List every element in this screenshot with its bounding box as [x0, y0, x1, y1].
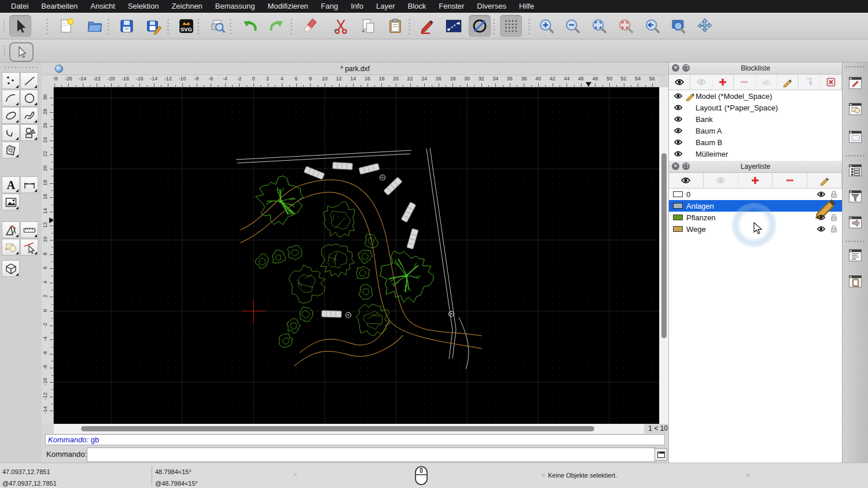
layer-color-swatch[interactable] [673, 203, 683, 209]
grid-toggle-button[interactable] [500, 15, 522, 37]
circle-tool[interactable] [20, 90, 38, 106]
dimension-tool[interactable] [20, 176, 38, 193]
hatch-tool[interactable] [2, 142, 20, 158]
tree-baum-a[interactable] [380, 251, 433, 302]
block-list-row[interactable]: Bank [669, 113, 842, 125]
command-history-panel-button[interactable] [846, 246, 865, 264]
vertical-scrollbar-thumb[interactable] [661, 153, 667, 338]
text-tool[interactable]: A [2, 176, 20, 193]
menu-layer[interactable]: Layer [370, 0, 402, 13]
bush[interactable] [279, 334, 293, 347]
block-list-row[interactable]: Layout1 (*Paper_Space) [669, 102, 842, 113]
draw-edit-button[interactable] [416, 15, 438, 37]
save-button[interactable] [116, 15, 138, 37]
tree-baum-b[interactable] [356, 304, 391, 335]
point-tool[interactable] [2, 72, 20, 89]
bench[interactable] [384, 177, 402, 195]
block-draft-tool[interactable] [2, 239, 20, 256]
vertical-scrollbar[interactable] [659, 87, 668, 424]
palette-drag-handle[interactable] [3, 66, 37, 68]
float-panel-button[interactable]: ❐ [682, 162, 690, 170]
trash-bin[interactable] [449, 312, 454, 317]
toolbar-drag-handle[interactable] [3, 45, 6, 57]
menu-modifizieren[interactable]: Modifizieren [262, 0, 315, 13]
zoom-window-button[interactable] [667, 15, 689, 37]
menu-selektion[interactable]: Selektion [122, 0, 165, 13]
bush[interactable] [255, 254, 269, 269]
line-tool[interactable] [20, 72, 38, 89]
notification-panel-button[interactable] [846, 213, 865, 231]
close-panel-button[interactable]: ✕ [672, 162, 679, 170]
menu-fang[interactable]: Fang [315, 0, 345, 13]
hide-all-blocks-button[interactable] [690, 75, 712, 90]
bench[interactable] [401, 202, 416, 222]
menu-block[interactable]: Block [401, 0, 432, 13]
purge-block-button[interactable] [821, 75, 842, 90]
layer-lock-toggle[interactable] [829, 224, 838, 234]
edit-layer-button[interactable] [807, 173, 842, 188]
drawing-canvas[interactable] [54, 87, 659, 424]
spline-tool[interactable] [20, 107, 38, 124]
library-browser-panel-button[interactable] [846, 127, 865, 146]
layer-list-panel-button[interactable] [846, 161, 865, 179]
undo-button[interactable] [239, 15, 261, 37]
pan-button[interactable] [694, 15, 716, 37]
trash-bin[interactable] [346, 313, 351, 318]
bench[interactable] [322, 310, 341, 317]
new-file-button[interactable] [56, 15, 78, 37]
block-list-row[interactable]: Model (*Model_Space) [669, 90, 842, 102]
save-as-button[interactable] [143, 15, 165, 37]
layer-visibility-toggle[interactable] [816, 213, 826, 222]
close-panel-button[interactable]: ✕ [672, 64, 679, 72]
redo-button[interactable] [266, 15, 288, 37]
layer-color-swatch[interactable] [673, 226, 683, 232]
bush[interactable] [273, 250, 286, 263]
rename-block-button[interactable]: a|b [756, 75, 777, 90]
menu-datei[interactable]: Datei [5, 0, 35, 13]
paste-button[interactable] [384, 15, 406, 37]
measure-tool[interactable] [20, 221, 38, 238]
property-editor-panel-button[interactable] [846, 73, 865, 92]
zoom-in-button[interactable] [535, 15, 557, 37]
bush[interactable] [300, 307, 313, 321]
open-file-button[interactable] [84, 15, 106, 37]
layer-color-swatch[interactable] [673, 191, 683, 197]
menu-info[interactable]: Info [344, 0, 370, 13]
bench[interactable] [304, 167, 325, 180]
menu-bemassung[interactable]: Bemassung [209, 0, 262, 13]
shape-tool[interactable] [20, 124, 38, 141]
bush[interactable] [359, 284, 373, 300]
show-all-layers-button[interactable] [669, 173, 704, 188]
add-layer-button[interactable] [738, 173, 773, 188]
layer-visibility-toggle[interactable] [816, 224, 826, 234]
bench[interactable] [333, 162, 353, 170]
layer-list-row[interactable]: Wege [669, 223, 842, 235]
distance-measure-button[interactable] [443, 15, 465, 37]
bench[interactable] [359, 164, 380, 175]
ellipse-tool[interactable] [2, 107, 20, 124]
menu-fenster[interactable]: Fenster [432, 0, 470, 13]
trash-bin[interactable] [380, 175, 385, 180]
print-preview-button[interactable] [207, 15, 229, 37]
block-list-row[interactable]: Baum B [669, 136, 842, 148]
bush[interactable] [358, 250, 373, 264]
hide-all-layers-button[interactable] [704, 173, 738, 188]
tree-baum-b[interactable] [289, 265, 325, 304]
copy-button[interactable] [358, 15, 380, 37]
zoom-previous-button[interactable] [641, 15, 663, 37]
edit-block-button[interactable] [777, 75, 799, 90]
selection-pointer-outline-button[interactable] [9, 42, 34, 62]
command-input[interactable] [87, 448, 656, 462]
solid-3d-tool[interactable] [2, 260, 20, 277]
command-window-toggle-button[interactable] [654, 448, 667, 461]
menu-bearbeiten[interactable]: Bearbeiten [35, 0, 84, 13]
zoom-out-button[interactable] [561, 15, 583, 37]
misc-draw-tool[interactable] [2, 221, 20, 238]
tree-baum-b[interactable] [323, 202, 355, 237]
add-block-button[interactable] [712, 75, 734, 90]
bush[interactable] [356, 267, 370, 279]
horizontal-scrollbar[interactable] [54, 424, 644, 434]
zoom-selection-button[interactable] [615, 15, 637, 37]
toolbar-drag-handle[interactable] [3, 20, 5, 32]
bush[interactable] [287, 319, 301, 334]
